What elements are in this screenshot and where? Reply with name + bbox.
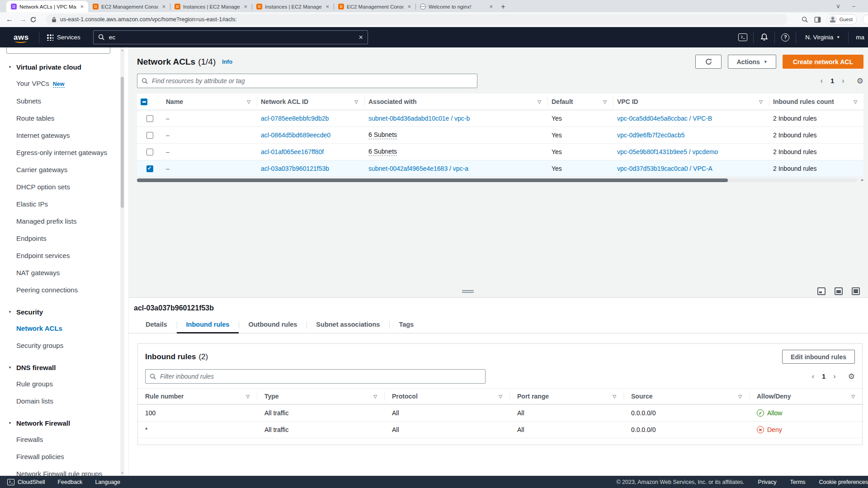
horizontal-scrollbar[interactable]: ▸ xyxy=(137,178,863,182)
reload-icon[interactable] xyxy=(30,16,43,23)
associated-link[interactable]: subnet-0b4d36adabd10c01e / vpc-b xyxy=(368,115,470,122)
language-link[interactable]: Language xyxy=(95,479,120,485)
sidebar-item-dhcp[interactable]: DHCP option sets xyxy=(0,178,118,196)
settings-gear-icon[interactable]: ⚙ xyxy=(848,372,855,381)
filter-icon[interactable]: ▽ xyxy=(246,394,252,399)
sidebar-item-nfw-rule-groups[interactable]: Network Firewall rule groups xyxy=(0,465,118,476)
browser-tab-nginx[interactable]: Welcome to nginx! × xyxy=(415,1,497,12)
sidebar-item-endpoint-services[interactable]: Endpoint services xyxy=(0,247,118,264)
sidebar-section-vpc[interactable]: ▼ Virtual private cloud xyxy=(0,59,118,75)
settings-gear-icon[interactable]: ⚙ xyxy=(857,76,863,86)
filter-inbound-rules[interactable] xyxy=(145,369,486,384)
clear-search-icon[interactable]: × xyxy=(359,33,363,42)
filter-icon[interactable]: ▽ xyxy=(499,394,505,399)
tab-close-icon[interactable]: × xyxy=(406,4,412,9)
browser-tab-instances-2[interactable]: Instances | EC2 Management Co × xyxy=(252,1,334,12)
filter-icon[interactable]: ▽ xyxy=(759,99,765,104)
scroll-up-icon[interactable]: ▲ xyxy=(120,49,124,52)
sidebar-item-domain-lists[interactable]: Domain lists xyxy=(0,393,118,410)
sidebar-item-firewall-policies[interactable]: Firewall policies xyxy=(0,448,118,465)
acl-id-link[interactable]: acl-0785ee8ebbfc9db2b xyxy=(261,115,329,122)
row-checkbox[interactable] xyxy=(146,115,153,122)
sidebar-item-security-groups[interactable]: Security groups xyxy=(0,337,118,354)
region-selector[interactable]: N. Virginia ▼ xyxy=(799,34,846,41)
filter-icon[interactable]: ▽ xyxy=(538,99,544,104)
sidebar-item-managed-prefix-lists[interactable]: Managed prefix lists xyxy=(0,213,118,230)
scroll-right-icon[interactable]: ▸ xyxy=(861,178,863,182)
sidebar-item-egress-only[interactable]: Egress-only internet gateways xyxy=(0,144,118,161)
refresh-button[interactable] xyxy=(695,55,722,69)
extensions-icon[interactable] xyxy=(863,14,868,24)
tab-subnet-associations[interactable]: Subnet associations xyxy=(307,317,389,333)
page-number[interactable]: 1 xyxy=(822,373,826,380)
tab-close-icon[interactable]: × xyxy=(161,4,166,9)
panel-size-half-icon[interactable] xyxy=(835,287,843,295)
info-link[interactable]: Info xyxy=(222,59,232,65)
row-checkbox[interactable] xyxy=(146,132,153,139)
address-bar[interactable]: us-east-1.console.aws.amazon.com/vpc/hom… xyxy=(46,14,788,25)
account-menu[interactable]: ma xyxy=(850,34,864,41)
vpc-id-link[interactable]: vpc-05e9b80f1431b9ee5 / vpcdemo xyxy=(617,148,718,155)
filter-icon[interactable]: ▽ xyxy=(854,99,860,104)
acl-id-link[interactable]: acl-01af065ee167ff80f xyxy=(261,148,324,155)
tab-inbound-rules[interactable]: Inbound rules xyxy=(177,317,239,333)
browser-tab-instances-1[interactable]: Instances | EC2 Management Co × xyxy=(170,1,252,12)
tab-close-icon[interactable]: × xyxy=(325,4,330,9)
acl-id-link[interactable]: acl-03a037b960121f53b xyxy=(261,165,329,172)
scrollbar-thumb[interactable] xyxy=(121,77,124,208)
tab-details[interactable]: Details xyxy=(136,317,177,333)
browser-tab-ec2-console-1[interactable]: EC2 Management Console × xyxy=(88,1,170,12)
sidebar-item-rule-groups[interactable]: Rule groups xyxy=(0,375,118,393)
table-row-selected[interactable]: – acl-03a037b960121f53b subnet-0042af496… xyxy=(137,160,863,177)
filter-icon[interactable]: ▽ xyxy=(603,99,609,104)
resource-search[interactable] xyxy=(137,74,477,88)
table-row[interactable]: – acl-0864d5bd689eecde0 6 Subnets Yes vp… xyxy=(137,127,863,144)
browser-tab-vpc[interactable]: Network ACLs | VPC Managemen × xyxy=(6,1,88,12)
sidebar-item-internet-gateways[interactable]: Internet gateways xyxy=(0,127,118,144)
select-all-checkbox[interactable] xyxy=(141,99,147,105)
scroll-down-icon[interactable]: ▼ xyxy=(120,472,124,474)
side-panel-icon[interactable] xyxy=(814,16,821,23)
sidebar-item-nat-gateways[interactable]: NAT gateways xyxy=(0,264,118,282)
tab-search-chevron-icon[interactable]: ∨ xyxy=(836,3,840,9)
feedback-link[interactable]: Feedback xyxy=(57,479,82,485)
sidebar-section-dns-firewall[interactable]: ▼ DNS firewall xyxy=(0,360,118,375)
acl-id-link[interactable]: acl-0864d5bd689eecde0 xyxy=(261,131,330,139)
filter-icon[interactable]: ▽ xyxy=(247,99,253,104)
sidebar-section-security[interactable]: ▼ Security xyxy=(0,304,118,320)
panel-size-small-icon[interactable] xyxy=(817,287,826,295)
next-page-icon[interactable]: › xyxy=(842,76,844,85)
console-search-input[interactable] xyxy=(109,34,355,41)
page-number[interactable]: 1 xyxy=(830,77,834,84)
cookie-preferences-link[interactable]: Cookie preferences xyxy=(819,479,868,485)
services-menu[interactable]: Services xyxy=(47,34,80,41)
resource-search-input[interactable] xyxy=(152,77,473,84)
tab-tags[interactable]: Tags xyxy=(389,317,423,333)
cloudshell-icon[interactable]: ❯_ xyxy=(735,33,750,41)
aws-logo[interactable]: aws xyxy=(14,33,32,42)
split-bar[interactable] xyxy=(129,285,868,297)
vpc-id-link[interactable]: vpc-0ca5dd04e5a8ccbac / VPC-B xyxy=(617,115,712,122)
row-checkbox[interactable] xyxy=(146,149,153,155)
sidebar-scrollbar[interactable]: ▲ ▼ xyxy=(120,47,124,476)
filter-icon[interactable]: ▽ xyxy=(613,394,619,399)
row-checkbox[interactable] xyxy=(146,165,153,172)
table-row[interactable]: – acl-01af065ee167ff80f 6 Subnets Yes vp… xyxy=(137,144,863,160)
drag-handle-icon[interactable] xyxy=(462,290,474,293)
back-icon[interactable]: ← xyxy=(3,15,16,23)
scrollbar-thumb[interactable] xyxy=(137,178,728,182)
panel-size-full-icon[interactable] xyxy=(852,287,860,295)
sidebar-item-your-vpcs[interactable]: Your VPCsNew xyxy=(0,75,118,93)
zoom-icon[interactable] xyxy=(802,16,808,23)
sidebar-item-carrier-gateways[interactable]: Carrier gateways xyxy=(0,161,118,178)
terms-link[interactable]: Terms xyxy=(790,479,806,485)
associated-link[interactable]: subnet-0042af4965e4e1683 / vpc-a xyxy=(368,165,468,172)
help-icon[interactable]: ? xyxy=(778,33,793,42)
sidebar-item-subnets[interactable]: Subnets xyxy=(0,93,118,110)
sidebar-item-firewalls[interactable]: Firewalls xyxy=(0,431,118,448)
sidebar-item-route-tables[interactable]: Route tables xyxy=(0,110,118,127)
vpc-id-link[interactable]: vpc-0d9e6fb7f2ec0acb5 xyxy=(617,131,684,139)
tab-close-icon[interactable]: × xyxy=(488,4,494,9)
filter-icon[interactable]: ▽ xyxy=(373,394,380,399)
create-network-acl-button[interactable]: Create network ACL xyxy=(783,55,863,69)
